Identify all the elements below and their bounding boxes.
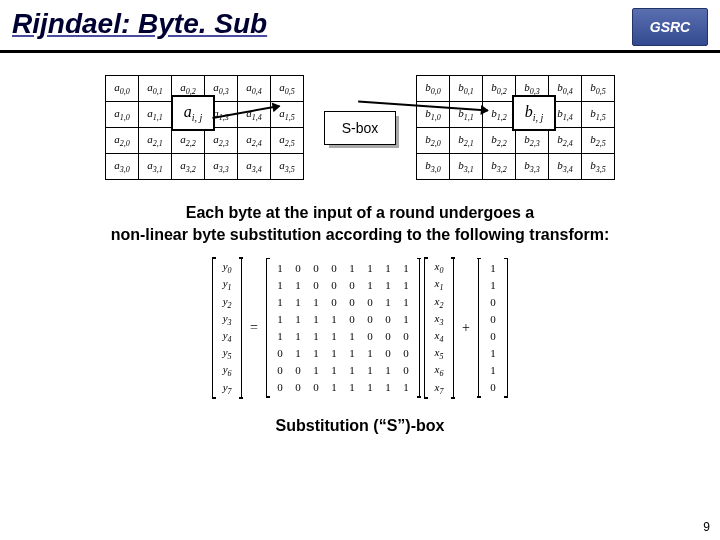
x-vector: x0x1x2x3x4x5x6x7 xyxy=(424,257,454,399)
highlight-b-cell: bi, j xyxy=(512,95,556,131)
plus-sign: + xyxy=(458,320,474,336)
sbox-block: S-box xyxy=(324,111,396,145)
sbox-caption: Substitution (“S”)-box xyxy=(0,417,720,435)
mix-matrix: 1000111111000111111000111111000111111000… xyxy=(266,258,420,398)
affine-transform-equation: y0y1y2y3y4y5y6y7 = 100011111100011111100… xyxy=(0,257,720,399)
slide-title: Rijndael: Byte. Sub xyxy=(12,8,267,40)
page-number: 9 xyxy=(703,520,710,534)
explanation-text: Each byte at the input of a round underg… xyxy=(20,202,700,245)
constant-vector: 11000110 xyxy=(478,258,508,398)
gsrc-logo: GSRC xyxy=(632,8,708,46)
equals-sign: = xyxy=(246,320,262,336)
highlight-a-cell: ai, j xyxy=(171,95,215,131)
y-vector: y0y1y2y3y4y5y6y7 xyxy=(212,257,242,399)
sbox-diagram: a0,0a0,1a0,2a0,3a0,4a0,5a1,0a1,1a1,2a1,3… xyxy=(0,75,720,180)
